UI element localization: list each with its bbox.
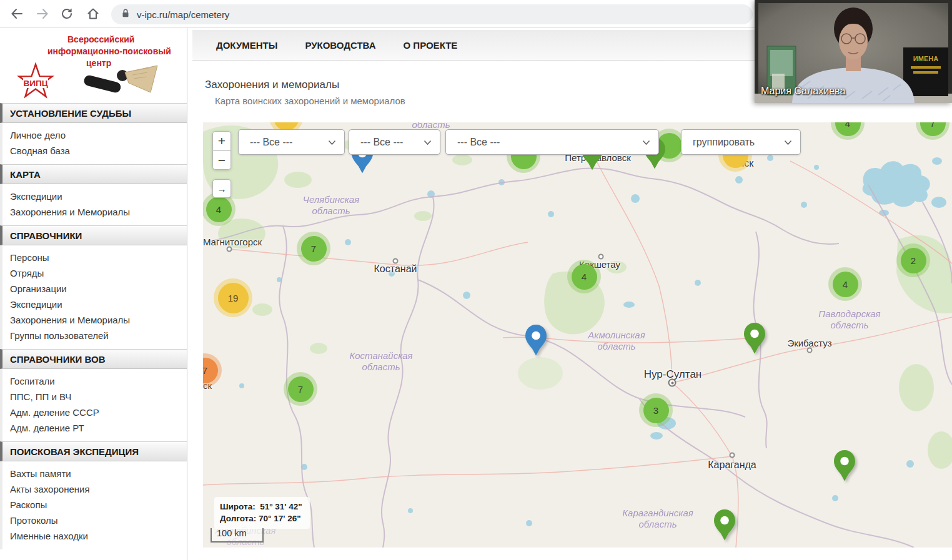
coordinates-readout: Широта: 51° 31' 42" Долгота: 70° 17' 26" <box>214 497 310 529</box>
pin-marker[interactable] <box>743 322 766 357</box>
sidebar-section-header: ПОИСКОВАЯ ЭКСПЕДИЦИЯ <box>0 441 187 461</box>
cluster-count: 19 <box>218 283 249 313</box>
sidebar-item[interactable]: Экспедиции <box>2 297 187 312</box>
sidebar-item[interactable]: ППС, ПП и ВЧ <box>2 389 187 405</box>
webcam-overlay: ИМЕНА Мария Салахиева <box>755 0 952 103</box>
nav-item[interactable]: РУКОВОДСТВА <box>305 40 375 51</box>
map-filter-dropdown[interactable]: --- Все --- <box>349 129 440 155</box>
nav-item[interactable]: О ПРОЕКТЕ <box>404 40 458 51</box>
dropdown-selected-value: --- Все --- <box>360 137 403 148</box>
sidebar-item[interactable]: Вахты памяти <box>2 466 187 481</box>
sidebar-item[interactable]: Группы пользователей <box>2 328 187 343</box>
pin-marker[interactable] <box>833 449 856 484</box>
chevron-down-icon <box>784 137 792 148</box>
chevron-down-icon <box>328 137 336 148</box>
city-dot-marker <box>393 258 399 264</box>
reload-icon[interactable] <box>59 6 75 22</box>
sidebar-item[interactable]: Сводная база <box>2 143 187 159</box>
map-filter-dropdown[interactable]: группировать <box>681 129 801 155</box>
logo-line-2: информационно-поисковый <box>47 46 171 56</box>
page-title: Захоронения и мемориалы <box>205 79 339 91</box>
map-filter-dropdown[interactable]: --- Все --- <box>445 129 659 155</box>
chevron-down-icon <box>424 137 432 148</box>
cluster-count: 2 <box>901 248 926 273</box>
sidebar-item[interactable]: Госпитали <box>2 373 187 389</box>
page-subtitle: Карта воинских захоронений и мемориалов <box>215 96 405 106</box>
sidebar-item[interactable]: Именные находки <box>2 528 187 544</box>
webcam-name-label: Мария Салахиева <box>761 86 845 97</box>
sidebar-item[interactable]: Персоны <box>2 250 187 265</box>
city-dot-marker <box>227 247 232 252</box>
sidebar-item[interactable]: Захоронения и Мемориалы <box>2 312 187 328</box>
url-bar[interactable]: v-ipc.ru/map/cemetery <box>111 4 753 24</box>
cluster-marker[interactable]: 7 <box>297 232 330 265</box>
sidebar-item[interactable]: Отряды <box>2 265 187 281</box>
city-bullseye-marker <box>668 379 677 387</box>
sidebar-item[interactable]: Акты захоронения <box>2 481 187 497</box>
sidebar-section-header: СПРАВОЧНИКИ <box>0 225 187 245</box>
back-icon[interactable] <box>9 6 25 22</box>
region-label: Карагандинскаяобласть <box>622 508 693 530</box>
city-dot-marker <box>807 348 813 353</box>
nav-item[interactable]: ДОКУМЕНТЫ <box>216 40 277 51</box>
cluster-count: 4 <box>833 272 858 297</box>
svg-text:ИМЕНА: ИМЕНА <box>913 55 938 62</box>
trowel-icon <box>80 62 162 101</box>
cluster-count: 3 <box>643 398 669 423</box>
cluster-count: 4 <box>572 264 597 290</box>
map-canvas[interactable]: 471977434247МагнитогорскКостанайКокшетау… <box>203 122 952 548</box>
sidebar-item[interactable]: Адм. деление РТ <box>2 420 187 436</box>
cluster-marker[interactable]: 4 <box>828 267 862 301</box>
pin-marker[interactable] <box>525 324 547 359</box>
cluster-count: 7 <box>301 236 327 262</box>
cluster-count: 7 <box>920 122 946 136</box>
sidebar-section-items: ЭкспедицииЗахоронения и Мемориалы <box>0 184 187 225</box>
logo-line-1: Всероссийский <box>67 34 134 44</box>
region-label: Челябинскаяобласть <box>303 194 359 217</box>
city-dot-marker <box>730 453 735 458</box>
cluster-count: 4 <box>206 197 232 222</box>
star-logo-icon: ВИПЦ <box>16 61 55 101</box>
cluster-count: 4 <box>835 122 861 136</box>
home-icon[interactable] <box>85 6 101 22</box>
svg-text:ВИПЦ: ВИПЦ <box>23 79 47 88</box>
sidebar-section-items: Вахты памятиАкты захороненияРаскопыПрото… <box>0 461 187 549</box>
zoom-in-button[interactable]: + <box>212 131 231 150</box>
cluster-marker[interactable]: 7 <box>284 372 317 406</box>
sidebar-section-header: КАРТА <box>0 164 187 184</box>
sidebar-section-items: ГоспиталиППС, ПП и ВЧАдм. деление СССРАд… <box>0 369 187 441</box>
sidebar: Всероссийский информационно-поисковый це… <box>0 28 187 560</box>
forward-icon[interactable] <box>34 6 51 22</box>
sidebar-item[interactable]: Организации <box>2 281 187 297</box>
sidebar-item[interactable]: Раскопы <box>2 497 187 513</box>
cluster-marker[interactable]: 19 <box>214 278 252 317</box>
city-dot-marker <box>598 254 604 260</box>
zoom-out-button[interactable]: − <box>212 150 231 170</box>
sidebar-item[interactable]: Захоронения и Мемориалы <box>2 204 187 220</box>
sidebar-item[interactable]: Экспедиции <box>2 189 187 204</box>
sidebar-section-header: СПРАВОЧНИКИ ВОВ <box>0 349 187 369</box>
city-label: Магнитогорск <box>203 237 262 247</box>
city-label: Караганда <box>708 459 756 471</box>
sidebar-item[interactable]: Личное дело <box>2 127 187 143</box>
sidebar-item[interactable]: Адм. деление СССР <box>2 405 187 420</box>
dropdown-selected-value: --- Все --- <box>457 137 500 148</box>
city-label: Костанай <box>374 263 417 275</box>
cluster-marker[interactable]: 2 <box>896 243 930 277</box>
chevron-down-icon <box>642 137 650 148</box>
lock-icon <box>120 7 131 21</box>
map-filter-dropdown[interactable]: --- Все --- <box>238 129 345 155</box>
cluster-count: 7 <box>203 358 218 383</box>
cluster-marker[interactable]: 3 <box>639 393 673 427</box>
dropdown-selected-value: --- Все --- <box>250 137 292 148</box>
city-label: Экибастуз <box>787 338 831 348</box>
sidebar-section-items: ПерсоныОтрядыОрганизацииЭкспедицииЗахоро… <box>0 245 187 349</box>
pin-marker[interactable] <box>713 509 736 544</box>
region-label: Костанайскаяобласть <box>349 350 412 373</box>
map-scale-bar: 100 km <box>211 528 264 543</box>
sidebar-item[interactable]: Протоколы <box>2 513 187 528</box>
sidebar-section-header: УСТАНОВЛЕНИЕ СУДЬБЫ <box>0 103 187 123</box>
cluster-marker[interactable]: 4 <box>567 260 601 293</box>
map-arrow-button[interactable]: → <box>212 179 231 198</box>
site-logo[interactable]: Всероссийский информационно-поисковый це… <box>0 28 187 103</box>
